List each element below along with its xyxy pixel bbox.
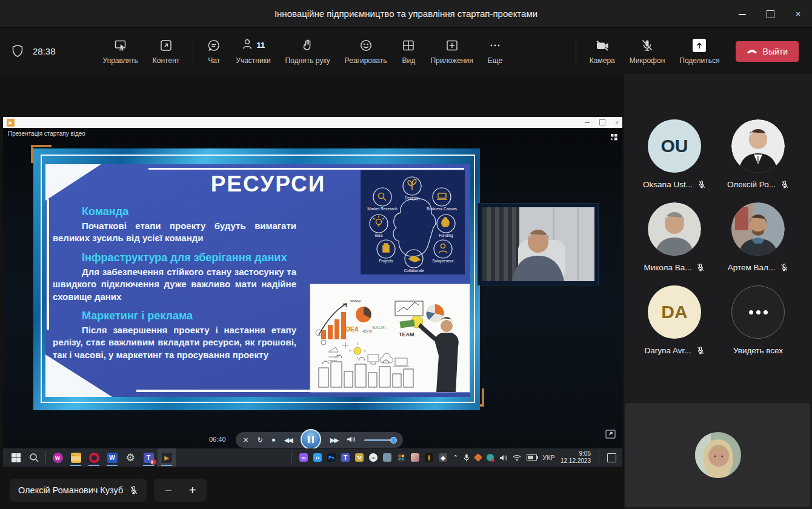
avatar-initials: DA: [661, 302, 687, 322]
tray-battery-icon[interactable]: [527, 454, 537, 461]
participant-tile-mykola[interactable]: Микола Ва...: [633, 202, 716, 272]
see-all-participants-tile[interactable]: Увидеть всех: [716, 285, 800, 355]
close-icon[interactable]: ×: [784, 9, 812, 19]
participant-name: Артем Вал...: [728, 263, 775, 272]
security-shield-icon[interactable]: [11, 44, 24, 58]
tray-wifi-icon[interactable]: [513, 454, 521, 461]
presenter-name-pill[interactable]: Олексій Романович Кузуб: [10, 479, 147, 502]
player-minimize-icon[interactable]: [585, 122, 590, 123]
content-button[interactable]: Контент: [153, 38, 179, 65]
clock-date: 12.12.2023: [561, 457, 591, 465]
mic-button[interactable]: Микрофон: [630, 38, 665, 65]
tray-icon-misc-app[interactable]: [383, 453, 391, 462]
taskbar-app-opera[interactable]: [85, 448, 103, 467]
player-maximize-icon[interactable]: [599, 119, 605, 125]
tray-onedrive-icon[interactable]: [475, 454, 481, 461]
taskbar-divider: [291, 451, 291, 464]
react-button[interactable]: Реагировать: [345, 38, 387, 65]
presentation-stage: ▶ × Презентація стартапу відео: [0, 74, 624, 509]
volume-slider[interactable]: [364, 439, 396, 441]
apps-label: Приложения: [430, 56, 473, 65]
taskbar-search-button[interactable]: [25, 448, 43, 467]
tray-icon-vscode[interactable]: ‹›: [313, 453, 322, 462]
zoom-in-button[interactable]: +: [189, 484, 196, 497]
taskbar-app-explorer[interactable]: [67, 448, 85, 467]
tray-icon-color-grid-app[interactable]: [397, 453, 405, 462]
player-window-titlebar: ▶ ×: [3, 117, 622, 128]
tray-q-app-icon[interactable]: [487, 454, 494, 461]
tray-icon-toolbox[interactable]: ⚒: [355, 453, 364, 462]
tray-chevron-icon[interactable]: ⌃: [453, 454, 458, 462]
tray-volume-icon[interactable]: [499, 454, 507, 461]
slide-section-body: Початкові етапи проекту будуть вимагати …: [53, 220, 296, 245]
tray-notifications-icon[interactable]: [607, 453, 616, 462]
tray-icon-cube-app[interactable]: ◆: [439, 453, 447, 462]
repeat-icon[interactable]: ↻: [258, 437, 263, 444]
taskbar-app-media-player[interactable]: ▶: [158, 448, 176, 467]
manage-button[interactable]: Управлять: [103, 38, 138, 65]
participant-tile-oksana[interactable]: OU Oksana Ust...: [633, 119, 716, 189]
chat-button[interactable]: Чат: [207, 38, 221, 65]
tray-clock[interactable]: 9:05 12.12.2023: [561, 450, 591, 465]
slide-panel: РЕСУРСИ Команда Початкові етапи проекту …: [45, 164, 470, 397]
participant-tile-oleksii[interactable]: Олексій Ро...: [716, 119, 800, 189]
taskbar-app-whereby[interactable]: w: [48, 448, 67, 467]
stop-icon[interactable]: ■: [272, 437, 275, 443]
tray-icon-game-app[interactable]: [411, 453, 419, 462]
participant-tile-daryna[interactable]: DA Daryna Avr...: [633, 285, 716, 355]
player-tile-icon[interactable]: [610, 133, 618, 144]
mic-muted-icon: [697, 180, 706, 189]
tray-icon-mongodb[interactable]: ❧: [369, 453, 378, 462]
participant-name: Oksana Ust...: [643, 180, 693, 189]
tray-icon-wings-app[interactable]: ≬: [425, 453, 433, 462]
self-video-tile[interactable]: [625, 403, 810, 507]
taskbar-divider: [45, 451, 46, 464]
view-label: Вид: [402, 56, 416, 65]
leave-label: Выйти: [763, 47, 788, 56]
taskbar-app-settings[interactable]: ⚙: [121, 448, 139, 467]
participants-button[interactable]: 11 Участники: [236, 38, 270, 65]
leave-button[interactable]: Выйти: [736, 41, 799, 62]
share-button[interactable]: Поделиться: [679, 38, 719, 65]
video-area[interactable]: Презентація стартапу відео РЕСУРСИ: [3, 128, 622, 448]
start-button[interactable]: [7, 448, 25, 467]
fullscreen-icon[interactable]: [605, 430, 616, 441]
participants-label: Участники: [236, 56, 270, 65]
view-button[interactable]: Вид: [401, 38, 416, 65]
slide-section-heading: Команда: [53, 205, 296, 218]
participant-tile-artem[interactable]: Артем Вал...: [716, 202, 800, 272]
apps-button[interactable]: Приложения: [430, 38, 473, 65]
doodle-word: 45%: [362, 328, 372, 334]
windows-taskbar: w W ⚙ T8 ▶ ∞ ‹› Ps T ⚒ ❧: [3, 448, 622, 467]
mic-muted-icon: [780, 263, 788, 272]
participants-icon: [242, 37, 255, 54]
player-window-controls: ×: [585, 119, 619, 126]
more-button[interactable]: Еще: [488, 38, 502, 65]
avatar-photo: [648, 202, 701, 256]
clip-icon[interactable]: ✕: [243, 437, 248, 444]
taskbar-app-word[interactable]: W: [103, 448, 121, 467]
maximize-icon[interactable]: [756, 9, 784, 19]
tray-language[interactable]: УКР: [542, 454, 555, 461]
zoom-out-button[interactable]: −: [165, 484, 172, 497]
tray-icon-teams[interactable]: T: [341, 453, 350, 462]
tray-icon-photoshop[interactable]: Ps: [327, 453, 336, 462]
rewind-icon[interactable]: ◀◀: [284, 437, 292, 444]
player-close-icon[interactable]: ×: [615, 119, 619, 126]
fast-forward-icon[interactable]: ▶▶: [330, 437, 338, 444]
participant-name: Daryna Avr...: [644, 346, 691, 355]
camera-button[interactable]: Камера: [590, 38, 615, 65]
minimize-icon[interactable]: [728, 9, 756, 19]
diagram-label: Collaborate: [404, 268, 424, 273]
speaker-icon[interactable]: [347, 434, 355, 445]
tray-mic-icon[interactable]: [464, 454, 470, 462]
raise-hand-button[interactable]: Поднять руку: [285, 38, 330, 65]
diagram-label: Solopreneur: [432, 259, 454, 264]
tray-icon-visualstudio[interactable]: ∞: [299, 453, 308, 462]
participant-name: Микола Ва...: [644, 263, 692, 272]
volume-thumb[interactable]: [390, 437, 397, 444]
pause-button[interactable]: [301, 429, 321, 448]
avatar-initials: OU: [661, 136, 688, 156]
participants-count: 11: [257, 41, 265, 50]
taskbar-app-teams[interactable]: T8: [139, 448, 158, 467]
